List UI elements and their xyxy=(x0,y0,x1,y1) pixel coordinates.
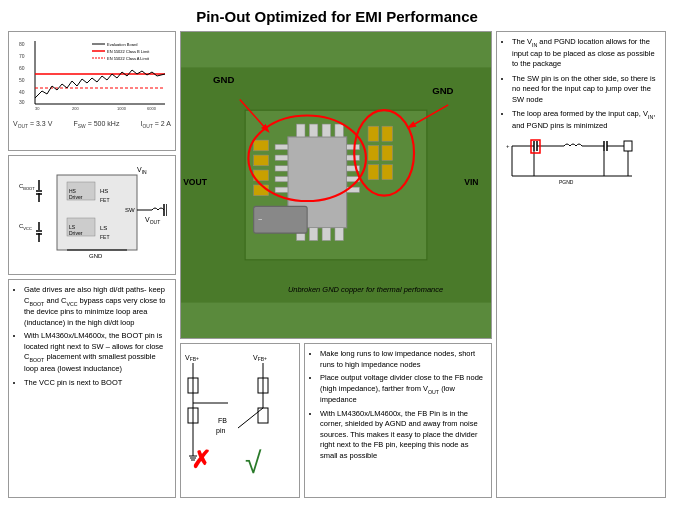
svg-text:EN 55022 Class A Limit: EN 55022 Class A Limit xyxy=(107,56,150,61)
svg-text:CBOOT: CBOOT xyxy=(19,183,35,191)
right-column: The VIN and PGND location allows for the… xyxy=(496,31,666,498)
svg-rect-60 xyxy=(347,155,360,160)
main-container: Pin-Out Optimized for EMI Performance 80… xyxy=(0,0,674,506)
svg-text:FB: FB xyxy=(218,417,227,424)
right-circuit-svg: + xyxy=(504,136,659,186)
svg-rect-72 xyxy=(254,140,269,151)
svg-text:60: 60 xyxy=(19,65,25,71)
svg-text:80: 80 xyxy=(19,41,25,47)
center-column: GND GND VOUT VIN xyxy=(180,31,492,498)
svg-text:Driver: Driver xyxy=(69,230,83,236)
bottom-bullet-list: Make long runs to low impedance nodes, s… xyxy=(310,349,486,461)
left-column: 80 70 60 50 40 30 30 200 1000 6000 xyxy=(8,31,176,498)
svg-rect-57 xyxy=(275,176,288,181)
left-bullet-2: With LM4360x/LM4600x, the BOOT pin is lo… xyxy=(24,331,170,374)
svg-text:HS: HS xyxy=(100,188,108,194)
circuit-diagram-box: VIN VOUT CBOOT CVCC HS Driver LS xyxy=(8,155,176,275)
bottom-bullet-3: With LM4360x/LM4600x, the FB Pin is in t… xyxy=(320,409,486,462)
left-bullet-list: Gate drives are also high di/dt paths- k… xyxy=(14,285,170,388)
svg-text:GND: GND xyxy=(213,74,234,85)
svg-rect-66 xyxy=(322,124,331,137)
bottom-center-row: VFB+ VFB+ FB pin ✗ √ xyxy=(180,343,492,498)
svg-rect-69 xyxy=(309,228,318,241)
svg-text:+: + xyxy=(506,143,510,149)
svg-rect-80 xyxy=(368,165,379,180)
svg-text:30: 30 xyxy=(19,99,25,105)
right-circuit-diagram: + xyxy=(502,136,660,186)
circuit-svg: VIN VOUT CBOOT CVCC HS Driver LS xyxy=(17,160,167,270)
svg-text:VFB+: VFB+ xyxy=(185,354,199,362)
svg-text:30: 30 xyxy=(35,106,40,111)
content-area: 80 70 60 50 40 30 30 200 1000 6000 xyxy=(8,31,666,498)
svg-rect-54 xyxy=(275,144,288,149)
svg-text:6000: 6000 xyxy=(147,106,157,111)
right-bullet-3: The loop area formed by the input cap, V… xyxy=(512,109,660,131)
right-bullet-1: The VIN and PGND location allows for the… xyxy=(512,37,660,70)
svg-text:VOUT: VOUT xyxy=(183,177,208,187)
svg-rect-76 xyxy=(368,126,379,141)
bottom-bullet-2: Place output voltage divider close to th… xyxy=(320,373,486,406)
svg-rect-67 xyxy=(335,124,344,137)
svg-text:VIN: VIN xyxy=(137,166,147,175)
svg-rect-56 xyxy=(275,166,288,171)
svg-rect-55 xyxy=(275,155,288,160)
svg-rect-64 xyxy=(296,124,305,137)
svg-text:50: 50 xyxy=(19,77,25,83)
pcb-image-box: GND GND VOUT VIN xyxy=(180,31,492,339)
svg-text:GND: GND xyxy=(432,85,453,96)
fb-diagram-svg: VFB+ VFB+ FB pin ✗ √ xyxy=(183,348,298,493)
left-bullet-3: The VCC pin is next to BOOT xyxy=(24,378,170,389)
bottom-bullet-1: Make long runs to low impedance nodes, s… xyxy=(320,349,486,370)
svg-text:VOUT: VOUT xyxy=(145,216,160,225)
fb-diagram-box: VFB+ VFB+ FB pin ✗ √ xyxy=(180,343,300,498)
svg-text:VIN: VIN xyxy=(464,177,478,187)
chart-iout-label: IOUT = 2 A xyxy=(141,120,171,129)
svg-text:GND: GND xyxy=(89,253,103,259)
svg-text:VFB+: VFB+ xyxy=(253,354,267,362)
svg-line-99 xyxy=(238,408,263,428)
bottom-right-bullets: Make long runs to low impedance nodes, s… xyxy=(304,343,492,498)
chart-fsw-label: FSW = 500 kHz xyxy=(74,120,120,129)
left-bullets-box: Gate drives are also high di/dt paths- k… xyxy=(8,279,176,498)
svg-text:pin: pin xyxy=(216,427,225,435)
emi-chart-svg: 80 70 60 50 40 30 30 200 1000 6000 xyxy=(13,36,171,116)
svg-rect-117 xyxy=(624,141,632,151)
chart-bottom-labels: VOUT = 3.3 V FSW = 500 kHz IOUT = 2 A xyxy=(13,120,171,129)
left-bullet-1: Gate drives are also high di/dt paths- k… xyxy=(24,285,170,328)
svg-text:EN 55022 Class B Limit: EN 55022 Class B Limit xyxy=(107,49,150,54)
svg-text:Evaluation Board: Evaluation Board xyxy=(107,42,137,47)
pcb-svg: GND GND VOUT VIN xyxy=(181,32,491,338)
svg-rect-77 xyxy=(382,126,393,141)
svg-text:Driver: Driver xyxy=(69,194,83,200)
svg-rect-59 xyxy=(347,144,360,149)
svg-text:CVCC: CVCC xyxy=(19,223,32,231)
svg-text:FET: FET xyxy=(100,197,109,203)
page-title: Pin-Out Optimized for EMI Performance xyxy=(8,8,666,25)
svg-text:~: ~ xyxy=(258,215,263,224)
emi-chart-box: 80 70 60 50 40 30 30 200 1000 6000 xyxy=(8,31,176,151)
right-bullet-2: The SW pin is on the other side, so ther… xyxy=(512,74,660,106)
svg-text:SW: SW xyxy=(125,207,135,213)
right-bullets-box: The VIN and PGND location allows for the… xyxy=(496,31,666,498)
svg-rect-71 xyxy=(335,228,344,241)
svg-rect-58 xyxy=(275,187,288,192)
svg-text:LS: LS xyxy=(100,225,107,231)
svg-text:1000: 1000 xyxy=(117,106,127,111)
svg-rect-78 xyxy=(368,145,379,160)
svg-rect-79 xyxy=(382,145,393,160)
svg-rect-65 xyxy=(309,124,318,137)
svg-text:Unbroken GND copper for therma: Unbroken GND copper for thermal perfoman… xyxy=(288,285,443,294)
svg-text:√: √ xyxy=(245,446,262,479)
svg-rect-70 xyxy=(322,228,331,241)
svg-text:PGND: PGND xyxy=(559,179,574,185)
svg-text:FET: FET xyxy=(100,234,109,240)
svg-text:200: 200 xyxy=(72,106,79,111)
right-bullet-list: The VIN and PGND location allows for the… xyxy=(502,37,660,132)
chart-vout-label: VOUT = 3.3 V xyxy=(13,120,52,129)
svg-rect-81 xyxy=(382,165,393,180)
svg-text:40: 40 xyxy=(19,89,25,95)
svg-text:70: 70 xyxy=(19,53,25,59)
svg-rect-73 xyxy=(254,155,269,166)
